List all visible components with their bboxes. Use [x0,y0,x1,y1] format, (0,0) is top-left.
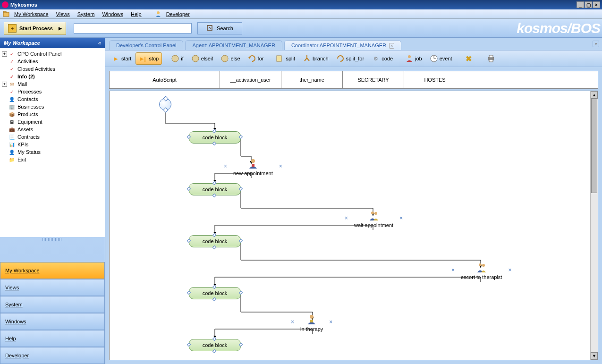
menu-developer[interactable]: Developer [162,10,194,18]
select-handle-icon[interactable]: × [279,163,282,169]
menu-system[interactable]: System [74,10,99,18]
tool-stop[interactable]: ▶‖stop [136,52,162,65]
code-block-5[interactable]: code block [189,339,241,351]
tree-item-kpis[interactable]: 📊KPIs [1,141,104,148]
search-input[interactable] [74,23,192,34]
tool-else[interactable]: else [217,52,243,65]
people-icon [476,262,487,273]
tab-coordinator[interactable]: Coordinator APPOINTMENT_MANAGER× [284,40,401,50]
search-button[interactable]: Search [197,22,242,34]
nav-my-workspace[interactable]: My Workspace [0,262,105,279]
tab-close-icon[interactable]: × [389,43,394,49]
menu-views[interactable]: Views [52,10,74,18]
search-icon [206,25,214,32]
tool-delete[interactable]: ✖ [461,52,478,65]
svg-point-2 [157,11,160,14]
col-activation-user: __activation_user [220,71,281,88]
expand-icon[interactable]: + [2,82,7,87]
tree-item-products[interactable]: 📦Products [1,110,104,118]
tool-job[interactable]: job [402,52,425,65]
clock-icon [430,54,438,63]
select-handle-icon[interactable]: × [345,215,348,221]
main-toolbar: + Start Process ▶ Search kosmos/BOS [0,19,602,38]
pause-icon: ▶‖ [139,54,147,63]
code-block-3[interactable]: code block [189,235,241,247]
tree-item-cpo[interactable]: +✓CPO Control Panel [1,50,104,58]
tool-print[interactable] [483,52,500,65]
connector-lines [110,91,591,356]
tree-item-closed-activities[interactable]: ✓Closed Activities [1,65,104,73]
tree-item-info[interactable]: ✓Info (2) [1,73,104,80]
svg-point-18 [374,212,377,215]
start-process-button[interactable]: + Start Process ▶ [4,22,66,35]
vertical-scrollbar[interactable]: ▲ ▼ [590,91,598,360]
select-handle-icon[interactable]: × [451,267,455,273]
tab-agent[interactable]: Agent: APPOINTMENT_MANAGER [185,40,282,50]
tree-item-businesses[interactable]: 🏢Businesses [1,103,104,110]
chart-icon: 📊 [8,141,16,148]
tabstrip-menu-icon[interactable]: ▾ [593,41,599,47]
diagram-canvas[interactable]: code block code block code block code bl… [109,91,598,360]
tree-item-contacts[interactable]: 👤Contacts [1,95,104,103]
expand-icon[interactable]: + [2,51,7,57]
maximize-button[interactable]: ▢ [585,1,592,8]
scroll-up-icon[interactable]: ▲ [591,91,598,99]
search-label: Search [217,25,233,31]
actor-wait-appointment[interactable]: × × wait appointment [354,210,393,228]
select-handle-icon[interactable]: × [399,215,403,221]
sidebar-collapse-icon[interactable]: « [98,40,101,46]
svg-rect-22 [310,320,313,322]
contract-icon: 📃 [8,134,16,140]
tool-split-for[interactable]: split_for [333,52,368,65]
scroll-thumb[interactable] [591,99,597,193]
close-button[interactable]: × [593,1,600,8]
tree-item-mystatus[interactable]: 👤My Status [1,148,104,156]
svg-rect-1 [3,11,6,13]
gear-icon: ⚙ [372,54,380,63]
select-handle-icon[interactable]: × [508,267,511,273]
window-title: Mykosmos [10,2,577,8]
menu-my-workspace[interactable]: My Workspace [10,10,52,18]
code-block-2[interactable]: code block [189,183,241,195]
sidebar: My Workspace « +✓CPO Control Panel ✓Acti… [0,38,105,364]
scroll-down-icon[interactable]: ▼ [591,352,598,360]
tab-developer-panel[interactable]: Developer's Control Panel [109,40,183,50]
tree-item-equipment[interactable]: 🖥Equipment [1,118,104,126]
tree-item-processes[interactable]: ✓Processes [1,88,104,95]
nav-help[interactable]: Help [0,330,105,347]
tool-for[interactable]: for [245,52,267,65]
minimize-button[interactable]: _ [577,1,584,8]
person-icon [306,314,317,325]
tree-item-activities[interactable]: ✓Activities [1,58,104,65]
tool-elseif[interactable]: elseif [188,52,217,65]
actor-escort-therapist[interactable]: × × escort to therapist [461,262,502,280]
nav-developer[interactable]: Developer [0,347,105,364]
tree-item-exit[interactable]: 📁Exit [1,156,104,163]
start-node[interactable] [159,98,171,110]
code-block-1[interactable]: code block [189,131,241,144]
svg-rect-13 [489,55,493,58]
nav-views[interactable]: Views [0,279,105,296]
menu-help[interactable]: Help [127,10,145,18]
tree-item-contracts[interactable]: 📃Contracts [1,133,104,141]
tool-code[interactable]: ⚙code [368,52,396,65]
select-handle-icon[interactable]: × [291,319,294,325]
nav-system[interactable]: System [0,296,105,313]
tree-item-mail[interactable]: +✉Mail [1,80,104,88]
menu-windows[interactable]: Windows [98,10,127,18]
tool-if[interactable]: if [168,52,187,65]
tree-item-assets[interactable]: 💼Assets [1,126,104,133]
tool-branch[interactable]: branch [299,52,332,65]
actor-in-therapy[interactable]: × × in therapy [300,314,323,332]
check-icon: ✓ [8,88,16,95]
splitter-grip[interactable] [42,238,62,241]
tool-split[interactable]: split [272,52,298,65]
tool-start[interactable]: ▶start [108,52,135,65]
actor-new-appointment[interactable]: × × new appointment [233,158,273,176]
select-handle-icon[interactable]: × [329,319,332,325]
tool-event[interactable]: event [426,52,456,65]
code-block-4[interactable]: code block [189,287,241,299]
svg-rect-14 [489,59,493,62]
nav-windows[interactable]: Windows [0,313,105,330]
select-handle-icon[interactable]: × [224,163,227,169]
